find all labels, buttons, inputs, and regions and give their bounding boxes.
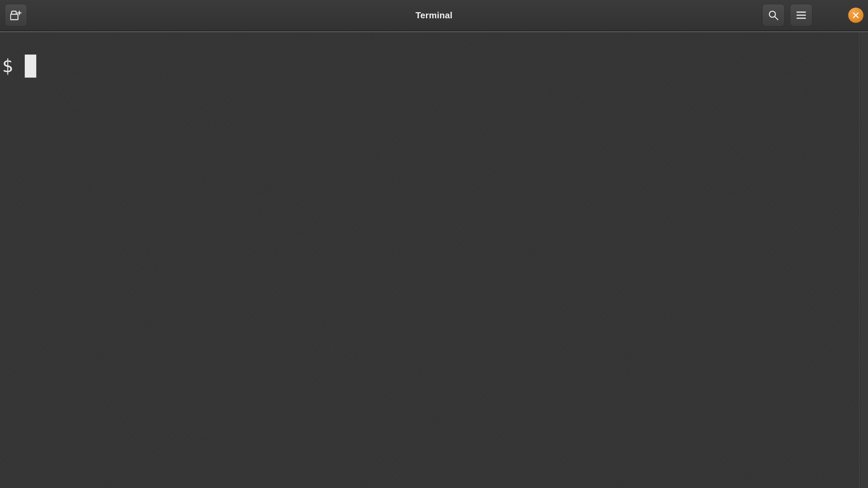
text-cursor <box>25 55 36 78</box>
terminal-area: $ <box>0 31 868 488</box>
close-icon <box>852 12 859 19</box>
svg-rect-4 <box>796 15 806 16</box>
window-title: Terminal <box>416 10 453 21</box>
search-button[interactable] <box>762 4 785 26</box>
prompt-line: $ <box>2 55 36 78</box>
search-icon <box>768 10 779 21</box>
window-controls <box>833 8 863 23</box>
svg-rect-0 <box>11 14 18 20</box>
close-button[interactable] <box>848 8 863 23</box>
svg-rect-3 <box>796 12 806 13</box>
scrollbar-track[interactable] <box>860 32 868 488</box>
terminal-surface[interactable]: $ <box>0 32 860 488</box>
menu-button[interactable] <box>790 4 812 26</box>
minimize-button[interactable] <box>833 12 840 19</box>
titlebar-right-group <box>762 4 863 26</box>
new-tab-icon <box>10 10 22 20</box>
hamburger-menu-icon <box>796 11 806 19</box>
window-titlebar: Terminal <box>0 0 868 31</box>
svg-rect-5 <box>796 18 806 19</box>
new-tab-button[interactable] <box>5 4 27 26</box>
prompt-symbol: $ <box>2 57 13 75</box>
titlebar-left-group <box>5 4 27 26</box>
svg-line-2 <box>775 17 778 20</box>
